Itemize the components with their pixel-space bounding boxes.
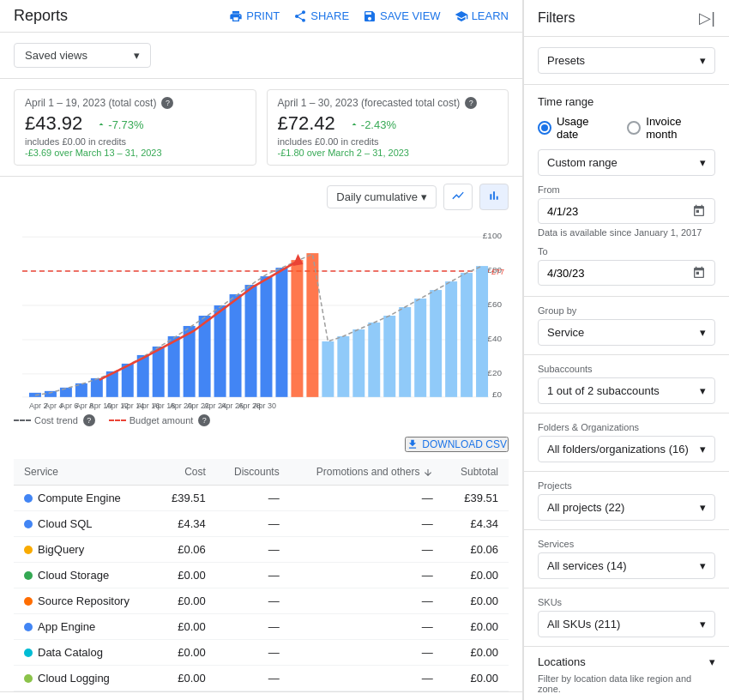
chart-area: £100 £80 £60 £40 £20 £0 £77 (0, 214, 522, 411)
service-dot (24, 597, 33, 606)
learn-label: LEARN (472, 9, 509, 22)
table-row: Data Catalog £0.00 — — £0.00 (14, 640, 509, 666)
service-name: Source Repository (38, 594, 130, 607)
discounts-cell: — (216, 614, 290, 640)
svg-rect-27 (230, 294, 242, 397)
print-label: PRINT (246, 9, 280, 22)
group-by-label: Group by (538, 305, 715, 316)
from-input[interactable]: 4/1/23 (538, 198, 715, 224)
svg-rect-35 (352, 329, 364, 397)
svg-rect-26 (214, 305, 226, 397)
subaccounts-value: 1 out of 2 subaccounts (547, 384, 660, 397)
presets-dropdown[interactable]: Presets ▾ (538, 47, 715, 74)
group-by-section: Group by Service ▾ (524, 297, 729, 355)
time-range-section: Time range Usage date Invoice month Cust… (524, 85, 729, 297)
print-icon (229, 9, 243, 23)
toolbar: Saved views ▾ (0, 33, 522, 79)
from-label: From (538, 184, 715, 195)
cost-cell: £0.00 (154, 588, 215, 614)
svg-rect-41 (445, 281, 457, 397)
locations-header[interactable]: Locations (538, 655, 715, 668)
download-csv-button[interactable]: DOWNLOAD CSV (405, 437, 509, 452)
folders-section: Folders & Organizations All folders/orga… (524, 413, 729, 472)
bar-chart-icon (487, 189, 501, 202)
discounts-cell: — (216, 640, 290, 666)
locations-sublabel: Filter by location data like region and … (538, 673, 715, 694)
svg-rect-32 (306, 253, 318, 397)
discounts-cell: — (216, 486, 290, 511)
cost-cell: £0.00 (154, 640, 215, 666)
learn-button[interactable]: LEARN (455, 9, 509, 23)
card1-help-icon[interactable]: ? (161, 97, 173, 109)
subtotal-cell: £39.51 (443, 486, 509, 511)
subaccounts-chevron: ▾ (700, 384, 706, 397)
usage-date-radio[interactable]: Usage date (538, 115, 613, 141)
projects-dropdown[interactable]: All projects (22) ▾ (538, 494, 715, 521)
table-row: Source Repository £0.00 — — £0.00 (14, 588, 509, 614)
to-input[interactable]: 4/30/23 (538, 260, 715, 286)
service-name: Cloud SQL (38, 517, 93, 530)
promotions-cell: — (290, 614, 443, 640)
page-title: Reports (14, 7, 215, 25)
to-label: To (538, 246, 715, 256)
service-cell: Cloud Storage (14, 563, 154, 588)
services-dropdown[interactable]: All services (14) ▾ (538, 552, 715, 579)
usage-date-radio-dot (541, 124, 548, 131)
svg-rect-34 (337, 336, 349, 397)
share-button[interactable]: SHARE (293, 9, 349, 23)
card2-help-icon[interactable]: ? (465, 97, 477, 109)
projects-value: All projects (22) (547, 501, 624, 514)
chart-type-button[interactable]: Daily cumulative ▾ (327, 185, 437, 208)
services-section: Services All services (14) ▾ (524, 530, 729, 588)
save-icon (363, 9, 377, 23)
group-by-dropdown[interactable]: Service ▾ (538, 319, 715, 346)
svg-rect-38 (399, 307, 411, 397)
to-value: 4/30/23 (547, 267, 584, 280)
summary-cards: April 1 – 19, 2023 (total cost) ? £43.92… (0, 79, 522, 177)
discounts-cell: — (216, 563, 290, 588)
skus-dropdown[interactable]: All SKUs (211) ▾ (538, 611, 715, 637)
service-name: App Engine (38, 620, 95, 633)
service-cell: BigQuery (14, 537, 154, 563)
to-calendar-icon[interactable] (692, 266, 706, 280)
card2-delta: -2.43% (349, 118, 396, 131)
line-chart-button[interactable] (443, 184, 473, 210)
th-promotions: Promotions and others (290, 459, 443, 486)
svg-rect-21 (137, 355, 149, 397)
svg-text:£0: £0 (492, 389, 503, 399)
filters-header: Filters ▷| (524, 0, 729, 37)
svg-rect-31 (291, 260, 303, 397)
save-view-button[interactable]: SAVE VIEW (363, 9, 441, 23)
budget-help[interactable]: ? (198, 414, 210, 426)
svg-rect-36 (368, 323, 380, 397)
saved-views-button[interactable]: Saved views ▾ (14, 43, 151, 68)
range-chevron: ▾ (700, 156, 706, 169)
learn-icon (455, 9, 468, 23)
sort-icon[interactable] (423, 468, 433, 478)
from-calendar-icon[interactable] (692, 204, 706, 218)
data-table: Service Cost Discounts Promotions and ot… (14, 459, 509, 691)
service-name: Cloud Storage (38, 569, 109, 582)
svg-text:£100: £100 (483, 231, 503, 240)
cost-trend-help[interactable]: ? (83, 414, 95, 426)
invoice-month-radio[interactable]: Invoice month (627, 115, 715, 141)
summary-card-1: April 1 – 19, 2023 (total cost) ? £43.92… (14, 89, 256, 166)
collapse-panel-button[interactable]: ▷| (699, 9, 715, 27)
print-button[interactable]: PRINT (229, 9, 280, 23)
svg-rect-33 (322, 341, 334, 397)
service-cell: Data Catalog (14, 640, 154, 666)
share-icon (293, 9, 307, 23)
table-row: Cloud Storage £0.00 — — £0.00 (14, 563, 509, 588)
th-service: Service (14, 459, 154, 486)
svg-rect-43 (476, 266, 488, 397)
service-name: Compute Engine (38, 492, 121, 504)
folders-dropdown[interactable]: All folders/organizations (16) ▾ (538, 436, 715, 462)
discounts-cell: — (216, 537, 290, 563)
filters-title: Filters (538, 10, 575, 26)
custom-range-dropdown[interactable]: Custom range ▾ (538, 149, 715, 176)
promotions-cell: — (290, 511, 443, 537)
discounts-cell: — (216, 588, 290, 614)
time-range-radio-group: Usage date Invoice month (538, 115, 715, 141)
bar-chart-button[interactable] (479, 184, 509, 210)
subaccounts-dropdown[interactable]: 1 out of 2 subaccounts ▾ (538, 377, 715, 404)
